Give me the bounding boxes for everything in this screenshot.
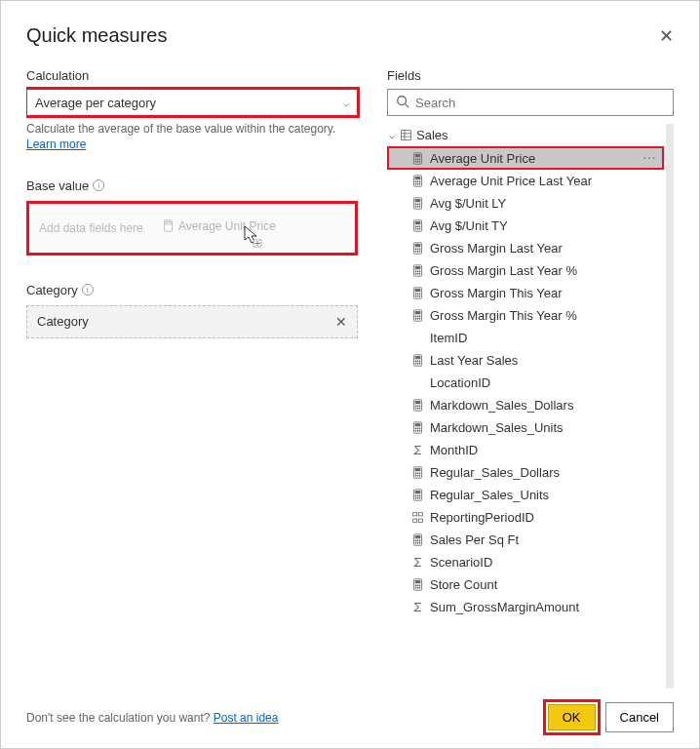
tree-table[interactable]: ⌵ Sales bbox=[387, 124, 664, 146]
field-name: Store Count bbox=[430, 577, 497, 592]
field-item[interactable]: Gross Margin This Year bbox=[387, 282, 664, 304]
field-item[interactable]: MonthID bbox=[387, 439, 664, 461]
fields-tree[interactable]: ⌵ Sales Average Unit Price⋯Average Unit … bbox=[387, 124, 674, 689]
svg-point-138 bbox=[414, 587, 415, 588]
field-name: ItemID bbox=[430, 331, 467, 345]
calculator-icon bbox=[410, 242, 424, 256]
field-name: Gross Margin This Year bbox=[430, 286, 563, 300]
info-icon[interactable]: i bbox=[82, 284, 94, 296]
search-input[interactable] bbox=[415, 96, 665, 110]
svg-point-140 bbox=[418, 587, 419, 588]
clear-icon[interactable]: ✕ bbox=[335, 314, 347, 330]
svg-point-77 bbox=[418, 316, 419, 317]
calculator-icon bbox=[410, 578, 424, 592]
svg-point-20 bbox=[416, 158, 417, 159]
more-icon[interactable]: ⋯ bbox=[642, 150, 662, 166]
field-item[interactable]: Markdown_Sales_Units bbox=[387, 416, 664, 439]
base-value-dropzone[interactable]: Add data fields here Average Unit Price bbox=[26, 201, 358, 256]
learn-more-link[interactable]: Learn more bbox=[26, 138, 358, 151]
svg-point-93 bbox=[418, 406, 419, 407]
field-item[interactable]: Average Unit Price Last Year bbox=[387, 170, 664, 192]
calculator-icon bbox=[410, 421, 424, 435]
category-field[interactable]: Category ✕ bbox=[26, 305, 358, 338]
svg-rect-122 bbox=[418, 513, 422, 516]
svg-point-44 bbox=[416, 226, 417, 227]
quick-measures-dialog: Quick measures ✕ Calculation Average per… bbox=[0, 0, 700, 749]
field-item[interactable]: Gross Margin Last Year % bbox=[387, 259, 664, 282]
svg-point-39 bbox=[416, 206, 417, 207]
field-name: Avg $/Unit LY bbox=[430, 196, 506, 211]
post-idea-link[interactable]: Post an idea bbox=[214, 711, 279, 725]
svg-point-139 bbox=[416, 587, 417, 588]
category-value: Category bbox=[37, 314, 89, 329]
svg-point-61 bbox=[418, 271, 419, 272]
calculation-description: Calculate the average of the base value … bbox=[26, 122, 358, 138]
svg-point-71 bbox=[416, 296, 417, 296]
blank-icon bbox=[410, 332, 424, 345]
svg-point-76 bbox=[416, 316, 417, 317]
field-name: Regular_Sales_Dollars bbox=[430, 465, 560, 480]
svg-point-63 bbox=[416, 273, 417, 274]
field-item[interactable]: Avg $/Unit TY bbox=[387, 215, 664, 237]
fields-search[interactable] bbox=[387, 89, 674, 116]
svg-point-120 bbox=[418, 497, 419, 498]
table-name: Sales bbox=[416, 128, 448, 142]
field-item[interactable]: Gross Margin Last Year bbox=[387, 237, 664, 259]
field-name: ReportingPeriodID bbox=[430, 510, 534, 525]
ok-button[interactable]: OK bbox=[548, 704, 596, 730]
calculator-icon bbox=[410, 399, 424, 413]
svg-point-118 bbox=[414, 497, 415, 498]
field-name: Avg $/Unit TY bbox=[430, 218, 508, 233]
calculator-icon bbox=[410, 287, 424, 300]
field-item[interactable]: Sum_GrossMarginAmount bbox=[387, 596, 664, 618]
base-value-label: Base value i bbox=[26, 178, 358, 193]
svg-point-51 bbox=[414, 249, 415, 250]
svg-point-24 bbox=[418, 161, 419, 162]
field-item[interactable]: LocationID bbox=[387, 372, 664, 394]
field-item[interactable]: Regular_Sales_Dollars bbox=[387, 461, 664, 484]
blank-icon bbox=[410, 376, 424, 390]
svg-point-100 bbox=[416, 428, 417, 429]
field-item[interactable]: ReportingPeriodID bbox=[387, 506, 664, 529]
svg-rect-42 bbox=[415, 221, 420, 223]
calculator-icon bbox=[410, 533, 424, 547]
field-name: Gross Margin Last Year % bbox=[430, 263, 577, 278]
svg-point-135 bbox=[414, 585, 415, 586]
svg-point-86 bbox=[414, 363, 415, 364]
field-item[interactable]: Avg $/Unit LY bbox=[387, 192, 664, 215]
svg-point-115 bbox=[414, 495, 415, 496]
field-item[interactable]: Regular_Sales_Units bbox=[387, 484, 664, 506]
svg-point-32 bbox=[418, 183, 419, 184]
field-item[interactable]: Gross Margin This Year % bbox=[387, 304, 664, 327]
field-item[interactable]: ScenarioID bbox=[387, 551, 664, 573]
field-name: Regular_Sales_Units bbox=[430, 488, 549, 502]
footer-prompt: Don't see the calculation you want? Post… bbox=[26, 711, 278, 725]
field-item[interactable]: Sales Per Sq Ft bbox=[387, 529, 664, 551]
cancel-button[interactable]: Cancel bbox=[605, 702, 674, 732]
svg-point-127 bbox=[414, 540, 415, 541]
svg-point-104 bbox=[418, 430, 419, 431]
field-item[interactable]: Last Year Sales bbox=[387, 349, 664, 372]
svg-rect-124 bbox=[418, 519, 422, 522]
calculation-select[interactable]: Average per category ⌵ bbox=[26, 89, 358, 116]
field-item[interactable]: Markdown_Sales_Dollars bbox=[387, 394, 664, 416]
svg-point-55 bbox=[416, 251, 417, 252]
svg-rect-74 bbox=[415, 311, 420, 313]
svg-point-78 bbox=[414, 318, 415, 319]
svg-rect-123 bbox=[412, 519, 416, 522]
calculator-icon bbox=[161, 219, 175, 233]
calculation-selected: Average per category bbox=[35, 96, 156, 110]
field-item[interactable]: ItemID bbox=[387, 327, 664, 349]
calculator-icon bbox=[410, 354, 424, 368]
svg-point-60 bbox=[416, 271, 417, 272]
field-name: Markdown_Sales_Dollars bbox=[430, 398, 573, 413]
chevron-down-icon: ⌵ bbox=[389, 130, 395, 140]
svg-rect-90 bbox=[415, 401, 420, 403]
close-icon[interactable]: ✕ bbox=[659, 25, 674, 47]
info-icon[interactable]: i bbox=[93, 179, 104, 191]
field-item[interactable]: Store Count bbox=[387, 573, 664, 596]
svg-point-40 bbox=[418, 206, 419, 207]
svg-point-52 bbox=[416, 249, 417, 250]
calculator-icon bbox=[410, 466, 424, 480]
field-item[interactable]: Average Unit Price⋯ bbox=[387, 146, 664, 170]
